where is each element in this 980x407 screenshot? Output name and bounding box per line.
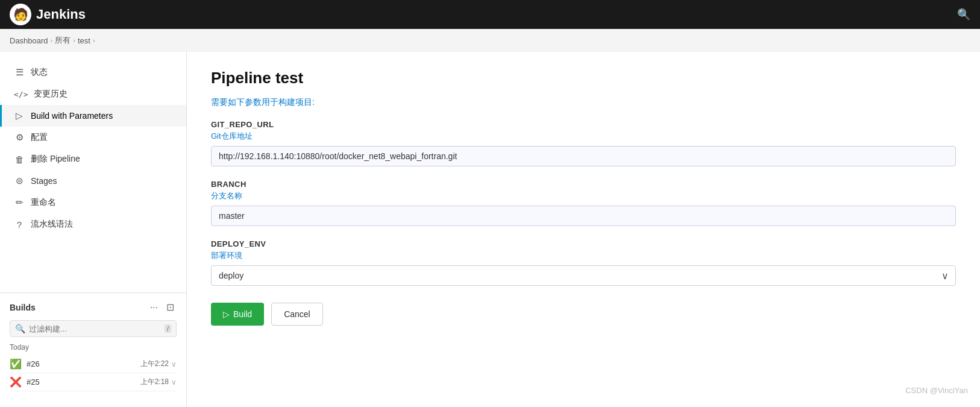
status-icon: ☰ (14, 67, 25, 78)
breadcrumb-sep-2: › (73, 37, 75, 44)
delete-icon: 🗑 (14, 154, 25, 165)
search-icon[interactable]: 🔍 (957, 8, 970, 21)
builds-header: Builds ··· ⊡ (10, 300, 177, 314)
build-time-26: 上午2:22 (140, 359, 169, 369)
builds-search-bar[interactable]: 🔍 / (10, 320, 177, 337)
breadcrumb-sep-3: › (93, 37, 95, 44)
main-layout: ☰ 状态 </> 变更历史 ▷ Build with Parameters ⚙ … (0, 52, 980, 407)
param-block-deploy-env: DEPLOY_ENV 部署环境 deploy staging productio… (211, 239, 956, 286)
build-play-icon: ▷ (223, 309, 230, 319)
param-name-branch: BRANCH (211, 180, 956, 189)
build-time-25: 上午2:18 (140, 377, 169, 387)
builds-title: Builds (10, 303, 36, 312)
builds-search-icon: 🔍 (15, 324, 25, 333)
sidebar-item-config[interactable]: ⚙ 配置 (0, 127, 186, 148)
param-name-deploy-env: DEPLOY_ENV (211, 239, 956, 248)
jenkins-logo-icon: 🧑 (10, 4, 31, 25)
build-number-25: #25 (27, 377, 140, 386)
param-desc-git-repo-url: Git仓库地址 (211, 131, 956, 142)
sidebar-item-build-label: Build with Parameters (31, 111, 113, 121)
build-success-icon: ✅ (10, 358, 22, 370)
builds-more-icon[interactable]: ··· (148, 301, 160, 314)
sidebar-item-change-history-label: 变更历史 (34, 89, 68, 99)
sidebar: ☰ 状态 </> 变更历史 ▷ Build with Parameters ⚙ … (0, 52, 187, 407)
sidebar-item-pipeline-syntax-label: 流水线语法 (31, 219, 73, 230)
stages-icon: ⊜ (14, 175, 25, 186)
sidebar-nav: ☰ 状态 </> 变更历史 ▷ Build with Parameters ⚙ … (0, 62, 186, 292)
sidebar-item-delete-label: 删除 Pipeline (31, 154, 80, 165)
cancel-button-label: Cancel (284, 309, 310, 319)
builds-date-label: Today (10, 343, 177, 352)
sidebar-item-delete-pipeline[interactable]: 🗑 删除 Pipeline (0, 148, 186, 170)
main-content: Pipeline test 需要如下参数用于构建项目: GIT_REPO_URL… (187, 52, 980, 407)
brand-label: Jenkins (36, 7, 86, 22)
sidebar-item-stages-label: Stages (31, 176, 57, 186)
build-item-25[interactable]: ❌ #25 上午2:18 ∨ (10, 373, 177, 391)
sidebar-item-stages[interactable]: ⊜ Stages (0, 170, 186, 192)
build-chevron-25: ∨ (171, 378, 177, 386)
pipeline-syntax-icon: ? (14, 219, 25, 230)
brand: 🧑 Jenkins (10, 4, 86, 25)
param-select-deploy-env[interactable]: deploy staging production (211, 265, 956, 286)
builds-expand-icon[interactable]: ⊡ (164, 300, 177, 314)
build-params-icon: ▷ (14, 110, 25, 121)
breadcrumb-all[interactable]: 所有 (55, 35, 71, 46)
cancel-button[interactable]: Cancel (271, 303, 323, 326)
sidebar-item-build-with-parameters[interactable]: ▷ Build with Parameters (0, 105, 186, 127)
builds-search-slash: / (165, 324, 171, 333)
param-input-branch[interactable] (211, 206, 956, 226)
sidebar-item-rename[interactable]: ✏ 重命名 (0, 192, 186, 213)
builds-actions: ··· ⊡ (148, 300, 177, 314)
config-icon: ⚙ (14, 132, 25, 143)
sidebar-item-pipeline-syntax[interactable]: ? 流水线语法 (0, 213, 186, 235)
sidebar-item-config-label: 配置 (31, 132, 48, 143)
build-item-26[interactable]: ✅ #26 上午2:22 ∨ (10, 355, 177, 373)
build-number-26: #26 (27, 359, 140, 368)
param-desc-branch: 分支名称 (211, 191, 956, 201)
param-block-git-repo-url: GIT_REPO_URL Git仓库地址 (211, 120, 956, 166)
builds-section: Builds ··· ⊡ 🔍 / Today ✅ #26 上午2:22 ∨ ❌ (0, 292, 186, 399)
navbar: 🧑 Jenkins 🔍 (0, 0, 980, 29)
param-desc-deploy-env: 部署环境 (211, 250, 956, 261)
build-button[interactable]: ▷ Build (211, 303, 264, 326)
sidebar-item-rename-label: 重命名 (31, 197, 56, 208)
watermark: CSDN @VinciYan (905, 386, 968, 395)
build-button-label: Build (233, 309, 252, 319)
breadcrumb-dashboard[interactable]: Dashboard (10, 36, 48, 45)
sidebar-item-change-history[interactable]: </> 变更历史 (0, 83, 186, 105)
page-title: Pipeline test (211, 69, 956, 87)
param-select-wrapper-deploy-env: deploy staging production ∨ (211, 265, 956, 286)
builds-search-input[interactable] (29, 324, 161, 333)
sidebar-item-status-label: 状态 (31, 67, 48, 78)
breadcrumb-sep-1: › (51, 37, 53, 44)
param-name-git-repo-url: GIT_REPO_URL (211, 120, 956, 129)
breadcrumb-test[interactable]: test (78, 36, 90, 45)
param-block-branch: BRANCH 分支名称 (211, 180, 956, 226)
sidebar-item-status[interactable]: ☰ 状态 (0, 62, 186, 83)
change-history-icon: </> (14, 90, 28, 99)
param-intro[interactable]: 需要如下参数用于构建项目: (211, 97, 956, 108)
rename-icon: ✏ (14, 197, 25, 208)
build-chevron-26: ∨ (171, 360, 177, 368)
breadcrumb: Dashboard › 所有 › test › (0, 29, 980, 52)
action-buttons: ▷ Build Cancel (211, 303, 956, 326)
param-input-git-repo-url[interactable] (211, 146, 956, 166)
build-fail-icon: ❌ (10, 376, 22, 388)
